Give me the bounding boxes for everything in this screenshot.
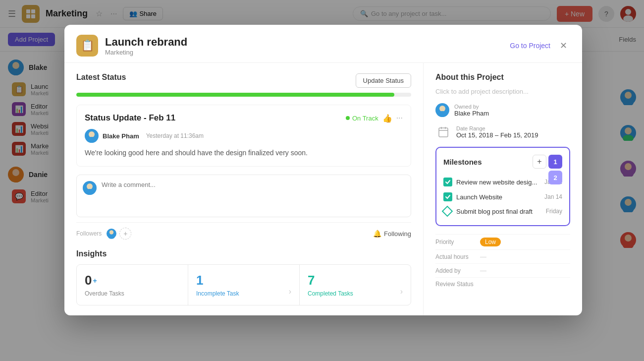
owned-by-label: Owned by [454, 104, 489, 110]
svg-point-21 [87, 137, 97, 143]
modal-header-actions: Go to Project ✕ [510, 39, 570, 53]
calendar-icon [435, 124, 451, 140]
milestone-count-1: 1 [548, 155, 562, 169]
about-title: About this Project [435, 73, 570, 82]
update-status-button[interactable]: Update Status [356, 73, 411, 88]
milestone-count-2: 2 [548, 171, 562, 184]
added-by-row: Added by — [435, 263, 570, 277]
author-name: Blake Pham [103, 132, 139, 140]
status-dot [346, 116, 350, 120]
followers-group: Followers + [76, 228, 131, 240]
latest-status-title: Latest Status [76, 73, 126, 82]
status-header-row: Latest Status Update Status [76, 73, 411, 88]
modal-left-panel: Latest Status Update Status Status Updat… [64, 63, 424, 315]
completed-arrow: › [400, 287, 403, 296]
milestone-date-2: Jan 14 [544, 193, 562, 200]
svg-point-23 [85, 189, 95, 195]
overdue-plus: + [93, 277, 97, 285]
overdue-number: 0+ [85, 273, 180, 288]
milestone-diamond-3 [442, 206, 453, 217]
project-description[interactable]: Click to add project description... [435, 88, 570, 95]
added-by-label: Added by [435, 267, 480, 274]
date-range-value: Oct 15, 2018 – Feb 15, 2019 [456, 131, 538, 139]
following-button[interactable]: 🔔 Following [373, 230, 411, 238]
modal-right-panel: About this Project Click to add project … [424, 63, 582, 315]
svg-rect-28 [439, 128, 448, 137]
progress-bar-container [76, 93, 411, 97]
milestone-name-2: Launch Website [456, 193, 540, 201]
actual-hours-value: — [480, 253, 486, 260]
close-button[interactable]: ✕ [556, 39, 570, 53]
milestones-header: Milestones + 1 [443, 155, 562, 169]
status-badge: On Track [346, 115, 378, 122]
date-range-row: Date Range Oct 15, 2018 – Feb 15, 2019 [435, 124, 570, 140]
milestones-box: Milestones + 1 2 Review new website desi… [435, 147, 570, 226]
review-status-label: Review Status [435, 281, 480, 288]
status-author: Blake Pham Yesterday at 11:36am [85, 129, 403, 143]
incomplete-arrow: › [289, 287, 291, 296]
completed-insight[interactable]: 7 Completed Tasks › [300, 265, 411, 305]
status-update-title: Status Update - Feb 11 [85, 113, 175, 123]
incomplete-number: 1 [196, 273, 291, 288]
svg-point-27 [437, 111, 447, 117]
date-range-info: Date Range Oct 15, 2018 – Feb 15, 2019 [456, 125, 538, 139]
milestones-actions: + 1 [533, 155, 562, 169]
status-body-text: We're looking good here and should have … [85, 148, 403, 158]
completed-label: Completed Tasks [308, 290, 403, 297]
milestone-name-1: Review new website desig... [456, 179, 540, 186]
modal-project-icon: 📋 [76, 35, 98, 57]
add-follower-button[interactable]: + [119, 228, 131, 240]
owner-name: Blake Pham [454, 110, 489, 117]
thumb-icon[interactable]: 👍 [382, 114, 392, 123]
milestone-item-1[interactable]: Review new website desig... Jan 11 [443, 175, 562, 189]
actual-hours-label: Actual hours [435, 253, 480, 260]
incomplete-label: Incomplete Task [196, 290, 291, 297]
svg-point-24 [109, 230, 113, 234]
following-label: Following [384, 230, 411, 238]
milestones-title: Milestones [443, 158, 482, 166]
status-actions: On Track 👍 ··· [346, 114, 403, 123]
insights-section: Insights 0+ Overdue Tasks 1 Incomplete T… [76, 249, 411, 305]
progress-bar-fill [76, 93, 394, 97]
review-status-row: Review Status [435, 277, 570, 291]
modal-body: Latest Status Update Status Status Updat… [64, 63, 582, 315]
status-label: On Track [352, 115, 378, 122]
modal-project-subtitle: Marketing [105, 49, 187, 56]
milestone-check-1 [443, 178, 452, 186]
milestone-item-2[interactable]: Launch Website Jan 14 [443, 189, 562, 204]
date-range-label: Date Range [456, 125, 538, 131]
svg-point-22 [87, 183, 93, 189]
incomplete-insight[interactable]: 1 Incomplete Task › [188, 265, 300, 305]
author-avatar [85, 129, 99, 143]
svg-point-20 [89, 131, 95, 137]
svg-point-26 [439, 106, 445, 112]
priority-label: Priority [435, 239, 480, 245]
svg-point-25 [108, 235, 115, 239]
status-card-header: Status Update - Feb 11 On Track 👍 ··· [85, 113, 403, 123]
followers-label: Followers [76, 230, 102, 237]
milestone-item-3[interactable]: Submit blog post final draft Friday [443, 204, 562, 218]
modal-project-name: Launch rebrand [105, 36, 187, 49]
milestone-add-button[interactable]: + [533, 155, 546, 169]
go-to-project-link[interactable]: Go to Project [510, 42, 550, 50]
follower-avatars: + [106, 228, 131, 240]
author-time: Yesterday at 11:36am [146, 132, 204, 139]
added-by-value: — [480, 267, 486, 274]
insights-title: Insights [76, 249, 411, 258]
priority-badge: Low [480, 238, 501, 246]
insights-grid: 0+ Overdue Tasks 1 Incomplete Task › 7 [76, 264, 411, 305]
status-more-icon[interactable]: ··· [396, 114, 403, 122]
modal-title-block: Launch rebrand Marketing [105, 36, 187, 56]
comment-box [76, 175, 411, 217]
milestone-check-2 [443, 192, 452, 201]
modal-header: 📋 Launch rebrand Marketing Go to Project… [64, 25, 582, 63]
comment-input[interactable] [102, 181, 405, 211]
project-modal: 📋 Launch rebrand Marketing Go to Project… [64, 25, 582, 315]
priority-row: Priority Low [435, 234, 570, 249]
status-card: Status Update - Feb 11 On Track 👍 ··· [76, 105, 411, 167]
bell-icon: 🔔 [373, 230, 381, 238]
commenter-avatar [83, 181, 97, 195]
overdue-insight[interactable]: 0+ Overdue Tasks [77, 265, 188, 305]
actual-hours-row: Actual hours — [435, 249, 570, 263]
owner-avatar [435, 103, 449, 117]
